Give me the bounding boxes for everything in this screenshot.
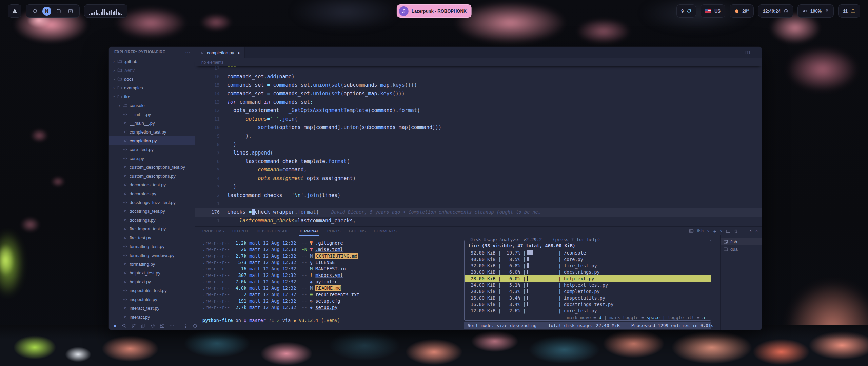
launch-profile-chevron-icon[interactable]: ∨ xyxy=(719,229,723,233)
tree-item-label: inspectutils.py xyxy=(130,297,157,302)
terminal-tab-dua[interactable]: dua xyxy=(721,245,762,253)
tree-file-core.py[interactable]: core.py xyxy=(109,154,195,163)
dua-row-docstrings.py[interactable]: 28.00 KiB | 6.0% || docstrings.py xyxy=(465,269,711,275)
keyboard-layout-widget[interactable]: US xyxy=(701,4,725,18)
search-icon[interactable] xyxy=(122,323,127,328)
breadcrumb[interactable]: no elements xyxy=(195,58,762,66)
chevron-down-icon[interactable]: ∨ xyxy=(707,229,710,233)
tree-folder-.github[interactable]: ›.github xyxy=(109,57,195,66)
weather-widget[interactable]: 29° xyxy=(730,4,754,18)
panel-tab-problems[interactable]: PROBLEMS xyxy=(202,227,224,236)
debug-icon[interactable] xyxy=(150,323,155,328)
audio-widget[interactable]: 100% xyxy=(797,4,834,18)
folder-icon xyxy=(117,94,123,99)
tree-file-__main__.py[interactable]: __main__.py xyxy=(109,119,195,127)
tree-folder-console[interactable]: ›console xyxy=(109,101,195,110)
code-line-1: 1 xyxy=(195,200,762,208)
split-editor-icon[interactable] xyxy=(745,50,750,55)
tree-file-docstrings.py[interactable]: docstrings.py xyxy=(109,216,195,224)
panel-tab-debug-console[interactable]: DEBUG CONSOLE xyxy=(257,227,291,236)
dua-row-/console[interactable]: 92.00 KiB | 19.7% || /console xyxy=(465,249,711,256)
code-text: """ xyxy=(220,66,236,73)
tree-file-custom_descriptions.py[interactable]: custom_descriptions.py xyxy=(109,171,195,180)
dua-help-line: mark-move = d | mark-toggle = space | to… xyxy=(565,315,707,320)
extensions-icon[interactable] xyxy=(160,323,165,328)
tree-file-core_test.py[interactable]: core_test.py xyxy=(109,145,195,154)
panel-tab-gitlens[interactable]: GITLENS xyxy=(349,227,366,236)
workspace-2[interactable]: N xyxy=(42,7,51,16)
updates-widget[interactable]: 9 xyxy=(676,4,696,18)
dua-title: Disk Usage Analyzer v2.29.2 (press ? for… xyxy=(468,237,603,242)
dua-row-helptext_test.py[interactable]: 24.00 KiB | 5.1% || helptext_test.py xyxy=(465,282,711,288)
workspace-3[interactable] xyxy=(54,7,63,16)
source-control-icon[interactable] xyxy=(131,323,136,328)
tree-file-custom_descriptions_test.py[interactable]: custom_descriptions_test.py xyxy=(109,163,195,171)
music-note-icon xyxy=(399,6,409,16)
tree-file-decorators_test.py[interactable]: decorators_test.py xyxy=(109,180,195,189)
split-terminal-icon[interactable] xyxy=(726,229,730,233)
kill-terminal-icon[interactable] xyxy=(734,229,738,233)
close-panel-icon[interactable]: × xyxy=(755,229,758,233)
terminal-profile-label[interactable]: fish xyxy=(697,229,704,233)
terminal-tab-fish[interactable]: fish xyxy=(721,238,762,245)
workspace-4[interactable] xyxy=(66,7,75,16)
media-player-widget[interactable]: Lazerpunk - ROBOPHONK xyxy=(397,4,472,18)
tree-file-formatting.py[interactable]: formatting.py xyxy=(109,260,195,268)
tree-file-formatting_windows.py[interactable]: formatting_windows.py xyxy=(109,251,195,260)
tree-file-interact_test.py[interactable]: interact_test.py xyxy=(109,304,195,312)
panel-tab-ports[interactable]: PORTS xyxy=(327,227,341,236)
notifications-widget[interactable]: 11 xyxy=(838,4,860,18)
more-icon[interactable] xyxy=(169,323,174,328)
dua-row-helptext.py[interactable]: 28.00 KiB | 6.0% || helptext.py xyxy=(465,275,711,282)
tree-file-inspectutils.py[interactable]: inspectutils.py xyxy=(109,295,195,304)
terminal-panel[interactable]: .rw-r--r-- 1.2k matt 12 Aug 12:32 -- Ψ .… xyxy=(195,235,762,330)
tree-file-__init__.py[interactable]: __init__.py xyxy=(109,110,195,119)
panel-more-icon[interactable]: ⋯ xyxy=(742,229,746,233)
new-terminal-button[interactable]: + xyxy=(713,229,716,234)
tree-file-interact.py[interactable]: interact.py xyxy=(109,312,195,321)
panel-tab-terminal[interactable]: TERMINAL xyxy=(299,227,319,236)
dua-row-completion.py[interactable]: 20.00 KiB | 4.3% || completion.py xyxy=(465,288,711,294)
tree-item-label: core_test.py xyxy=(130,147,154,152)
panel-tab-output[interactable]: OUTPUT xyxy=(232,227,249,236)
tree-file-formatting_test.py[interactable]: formatting_test.py xyxy=(109,242,195,251)
settings-gear-icon[interactable] xyxy=(183,323,188,328)
tree-file-inspectutils_test.py[interactable]: inspectutils_test.py xyxy=(109,286,195,295)
explorer-icon[interactable] xyxy=(141,323,146,328)
editor-more-icon[interactable]: ⋯ xyxy=(754,50,758,55)
shell-input-line[interactable]: › xyxy=(202,324,453,330)
remote-status-icon[interactable] xyxy=(113,324,117,328)
tree-file-helptext.py[interactable]: helptext.py xyxy=(109,277,195,286)
explorer-more-icon[interactable]: ⋯ xyxy=(185,49,190,55)
tree-folder-examples[interactable]: ›examples xyxy=(109,83,195,92)
system-graph-widget[interactable] xyxy=(84,4,127,18)
tab-completion-py[interactable]: completion.py ● xyxy=(195,47,245,58)
code-line-12: 12 opts_assignment = _GetOptsAssignmentT… xyxy=(195,106,762,115)
updates-icon xyxy=(687,9,691,14)
dua-row-fire_test.py[interactable]: 32.00 KiB | 6.8% || fire_test.py xyxy=(465,262,711,269)
tree-file-completion.py[interactable]: completion.py xyxy=(109,136,195,145)
maximize-panel-icon[interactable]: ∧ xyxy=(749,229,752,233)
tree-file-docstrings_fuzz_test.py[interactable]: docstrings_fuzz_test.py xyxy=(109,198,195,207)
tree-file-docstrings_test.py[interactable]: docstrings_test.py xyxy=(109,207,195,216)
dua-row-core_test.py[interactable]: 12.00 KiB | 2.6% || core_test.py xyxy=(465,307,711,314)
workspace-1[interactable] xyxy=(31,7,39,16)
panel-tab-comments[interactable]: COMMENTS xyxy=(374,227,397,236)
tree-folder-.venv[interactable]: ›.venv xyxy=(109,66,195,75)
tree-file-decorators.py[interactable]: decorators.py xyxy=(109,189,195,198)
usage-bar xyxy=(527,263,558,268)
tree-file-completion_test.py[interactable]: completion_test.py xyxy=(109,127,195,136)
clock-widget[interactable]: 12:40:24 xyxy=(758,4,793,18)
dua-row-inspectutils.py[interactable]: 16.00 KiB | 3.4% || inspectutils.py xyxy=(465,294,711,301)
tree-file-fire_import_test.py[interactable]: fire_import_test.py xyxy=(109,224,195,233)
python-file-icon xyxy=(122,288,128,293)
tree-folder-docs[interactable]: ›docs xyxy=(109,75,195,83)
dua-row-core.py[interactable]: 40.00 KiB | 8.5% || core.py xyxy=(465,256,711,262)
dua-row-docstrings_test.py[interactable]: 16.00 KiB | 3.4% || docstrings_test.py xyxy=(465,301,711,307)
tree-folder-fire[interactable]: ›fire xyxy=(109,92,195,101)
launcher-button[interactable] xyxy=(8,4,21,18)
tree-file-fire_test.py[interactable]: fire_test.py xyxy=(109,233,195,242)
tree-file-helptext_test.py[interactable]: helptext_test.py xyxy=(109,268,195,277)
code-line-16: 16commands_set.add(name) xyxy=(195,73,762,81)
code-editor[interactable]: 17"""16commands_set.add(name)15commands_… xyxy=(195,66,762,226)
